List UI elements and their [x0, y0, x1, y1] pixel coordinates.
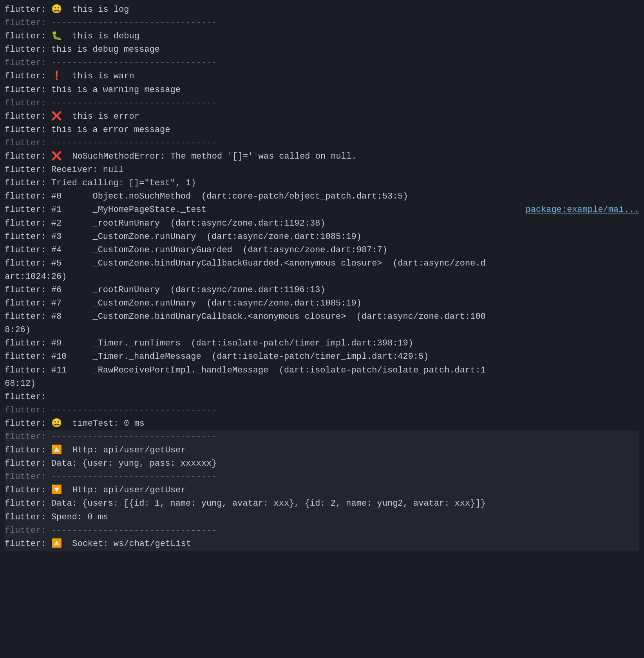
log-line-6: flutter: ❗ this is warn — [5, 70, 639, 83]
log-line-27: flutter: #10 _Timer._handleMessage (dart… — [5, 350, 639, 363]
log-line-35: flutter: Data: {user: yung, pass: xxxxxx… — [5, 457, 639, 470]
log-line-30: flutter: — [5, 390, 639, 404]
log-line-1: flutter: 😀 this is log — [5, 3, 639, 16]
error-icon-1: ❌ — [51, 112, 62, 121]
log-line-22: flutter: #6 _rootRunUnary (dart:async/zo… — [5, 284, 639, 297]
log-line-10: flutter: this is a error message — [5, 123, 639, 137]
log-line-23: flutter: #7 _CustomZone.runUnary (dart:a… — [5, 297, 639, 310]
log-line-32: flutter: 😀 timeTest: 0 ms — [5, 417, 639, 430]
log-line-12: flutter: ❌ NoSuchMethodError: The method… — [5, 150, 639, 163]
stack-link-1[interactable]: package:example/mai... — [526, 203, 639, 217]
log-line-5: flutter: -------------------------------… — [5, 56, 639, 70]
log-line-15: flutter: #0 Object.noSuchMethod (dart:co… — [5, 190, 639, 203]
log-line-29: 68:12) — [5, 377, 639, 390]
log-line-7: flutter: this is a warning message — [5, 83, 639, 97]
log-line-4: flutter: this is debug message — [5, 43, 639, 56]
log-line-25: 8:26) — [5, 324, 639, 337]
log-line-8: flutter: -------------------------------… — [5, 97, 639, 110]
log-line-34: flutter: 🔼 Http: api/user/getUser — [5, 444, 639, 457]
log-line-26: flutter: #9 _Timer._runTimers (dart:isol… — [5, 337, 639, 350]
log-line-19: flutter: #4 _CustomZone.runUnaryGuarded … — [5, 244, 639, 257]
log-line-36: flutter: -------------------------------… — [5, 470, 639, 484]
log-line-21: art:1024:26) — [5, 270, 639, 284]
log-line-40: flutter: -------------------------------… — [5, 524, 639, 537]
log-line-31: flutter: -------------------------------… — [5, 404, 639, 417]
log-line-38: flutter: Data: {users: [{id: 1, name: yu… — [5, 497, 639, 510]
log-line-24: flutter: #8 _CustomZone.bindUnaryCallbac… — [5, 310, 639, 324]
log-line-14: flutter: Tried calling: []="test", 1) — [5, 177, 639, 190]
log-line-37: flutter: 🔽 Http: api/user/getUser — [5, 484, 639, 497]
log-line-11: flutter: -------------------------------… — [5, 137, 639, 150]
log-line-39: flutter: Spend: 0 ms — [5, 511, 639, 524]
log-line-28: flutter: #11 _RawReceivePortImpl._handle… — [5, 364, 639, 377]
log-line-3: flutter: 🐛 this is debug — [5, 30, 639, 43]
log-line-2: flutter: -------------------------------… — [5, 16, 639, 30]
warn-icon: ❗ — [51, 71, 62, 81]
error-icon-2: ❌ — [51, 152, 62, 161]
log-container: flutter: 😀 this is log flutter: --------… — [5, 3, 639, 551]
log-line-17: flutter: #2 _rootRunUnary (dart:async/zo… — [5, 217, 639, 230]
stack-frame-1: flutter: #1 _MyHomePageState._test — [5, 203, 206, 217]
log-line-33: flutter: -------------------------------… — [5, 430, 639, 444]
log-line-9: flutter: ❌ this is error — [5, 110, 639, 123]
log-line-13: flutter: Receiver: null — [5, 163, 639, 177]
log-line-18: flutter: #3 _CustomZone.runUnary (dart:a… — [5, 230, 639, 244]
log-line-41: flutter: 🔼 Socket: ws/chat/getList — [5, 537, 639, 551]
log-line-20: flutter: #5 _CustomZone.bindUnaryCallbac… — [5, 257, 639, 270]
log-line-16: flutter: #1 _MyHomePageState._testpackag… — [5, 203, 639, 217]
